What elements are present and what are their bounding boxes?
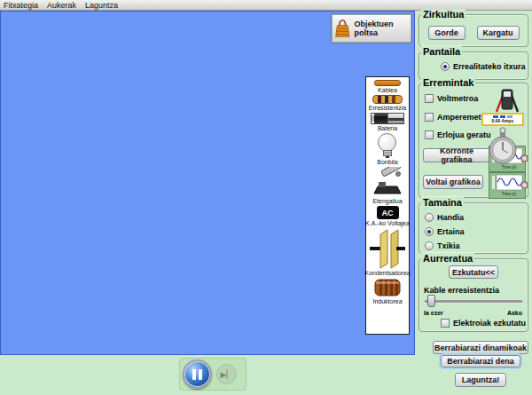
radio-size-large[interactable]: Handia — [425, 213, 464, 222]
radio-realistic-label: Errealitateko itxura — [453, 62, 526, 71]
radio-icon — [425, 227, 434, 236]
circuit-canvas[interactable] — [0, 11, 415, 355]
toolbox-label: Bonbila — [377, 159, 397, 165]
radio-icon — [425, 241, 434, 250]
toolbox-label: Kondentsadorea — [364, 270, 410, 276]
inductor-icon — [373, 278, 402, 297]
bag-icon — [334, 17, 351, 40]
voltmeter-icon — [492, 88, 522, 114]
battery-icon — [371, 113, 404, 124]
wire-icon — [374, 80, 401, 86]
checkbox-voltmeter[interactable]: Voltmetroa — [425, 94, 478, 103]
toolbox-item-battery[interactable]: Bateria — [371, 113, 404, 133]
toolbox-item-switch[interactable]: Etengailua — [372, 167, 403, 206]
pause-button[interactable] — [183, 359, 212, 389]
help-button[interactable]: Laguntza! — [455, 373, 506, 387]
toolbox-label: Induktorea — [372, 298, 402, 304]
toolbox-item-resistor[interactable]: Erresistentzia — [369, 95, 406, 113]
toolbox-label: Erresistentzia — [369, 105, 406, 111]
checkbox-icon — [425, 94, 434, 103]
section-size: Tamaina Handia Ertaina Txikia — [419, 202, 528, 254]
slider-min-label: Ia ezer — [424, 310, 443, 316]
slider-thumb[interactable] — [427, 295, 435, 307]
radio-size-small[interactable]: Txikia — [425, 241, 460, 250]
svg-text:Time (s): Time (s) — [502, 165, 517, 170]
toolbox-label: Kablea — [378, 87, 397, 93]
section-advanced-title: Aurreratua — [421, 253, 474, 264]
wire-resistance-slider[interactable] — [425, 300, 522, 303]
section-display: Pantaila Errealitateko itxura — [419, 51, 528, 80]
stopwatch-icon — [487, 126, 519, 165]
checkbox-stopwatch[interactable]: Erlojua geratu — [425, 130, 491, 139]
checkbox-icon — [425, 113, 434, 122]
radio-realistic[interactable]: Errealitateko itxura — [441, 62, 526, 71]
toolbox-item-bulb[interactable]: Bonbila — [377, 133, 397, 167]
ammeter-reading: 0.00 Amps — [492, 118, 514, 123]
checkbox-voltmeter-label: Voltmetroa — [437, 94, 478, 103]
menu-item-help[interactable]: Laguntza — [85, 1, 118, 10]
radio-size-medium[interactable]: Ertaina — [425, 227, 465, 236]
chart-clock-icon — [520, 154, 528, 162]
checkbox-icon — [441, 319, 450, 328]
voltage-chart-button[interactable]: Voltai grafikoa — [423, 175, 483, 189]
section-tools-title: Erremintak — [421, 77, 475, 88]
step-button[interactable]: ▶▏ — [216, 364, 237, 384]
checkbox-stopwatch-label: Erlojua geratu — [437, 130, 491, 139]
wire-resistance-label: Kable erresistentzia — [424, 286, 499, 295]
toolbox-item-inductor[interactable]: Induktorea — [372, 278, 402, 306]
current-chart-button[interactable]: Korronte grafikoa — [423, 148, 490, 162]
radio-size-small-label: Txikia — [437, 241, 460, 250]
save-button[interactable]: Gorde — [428, 26, 466, 40]
toolbox-label: Etengailua — [372, 198, 402, 204]
chart-clock-icon — [520, 181, 528, 189]
radio-size-large-label: Handia — [437, 213, 464, 222]
radio-icon — [425, 213, 434, 222]
checkbox-icon — [425, 130, 434, 139]
menu-item-file[interactable]: Fitxategia — [4, 1, 38, 10]
section-advanced: Aurreratua Ezkutatu<< Kable erresistentz… — [419, 258, 528, 332]
svg-text:Time (s): Time (s) — [502, 192, 517, 196]
component-toolbox: Kablea Erresistentzia Bateria Bonbila Et… — [365, 76, 410, 335]
menu-item-options[interactable]: Aukerak — [47, 1, 76, 10]
playback-panel: ▶▏ — [179, 358, 246, 391]
ac-source-icon: AC — [377, 206, 399, 219]
ammeter-icon: 0.00 Amps — [481, 113, 524, 126]
checkbox-hide-electrons-label: Elektroiak ezkutatu — [453, 319, 526, 328]
switch-icon — [372, 167, 403, 197]
load-button[interactable]: Kargatu — [477, 26, 520, 40]
toolbox-item-ac-voltage[interactable]: AC K.A.-ko Voltajea — [365, 206, 410, 228]
section-display-title: Pantaila — [421, 46, 462, 57]
radio-size-medium-label: Ertaina — [437, 227, 465, 236]
toolbox-label: Bateria — [378, 125, 397, 131]
resistor-icon — [372, 95, 403, 104]
hide-advanced-button[interactable]: Ezkutatu<< — [449, 265, 498, 279]
section-circuit-title: Zirkuitua — [421, 9, 466, 20]
reset-all-button[interactable]: Berrabiarazi dena — [441, 355, 520, 367]
section-circuit: Zirkuitua Gorde Kargatu — [419, 14, 528, 47]
light-bulb-icon — [378, 133, 396, 158]
capacitor-icon — [370, 228, 405, 269]
section-tools: Erremintak Voltmetroa Amperemetroa(s) Er… — [419, 83, 528, 198]
radio-icon — [441, 62, 450, 71]
toolbox-label: K.A.-ko Voltajea — [365, 220, 410, 226]
section-size-title: Tamaina — [421, 197, 464, 208]
toolbox-item-capacitor[interactable]: Kondentsadorea — [364, 228, 410, 278]
slider-max-label: Asko — [507, 310, 522, 316]
reset-dynamics-button[interactable]: Berrabiarazi dinamikoak — [433, 341, 528, 354]
grab-bag-button[interactable]: Objektuen poltsa — [331, 13, 412, 43]
checkbox-hide-electrons[interactable]: Elektroiak ezkutatu — [441, 319, 526, 328]
toolbox-item-wire[interactable]: Kablea — [374, 80, 401, 95]
grab-bag-label: Objektuen poltsa — [355, 20, 409, 37]
